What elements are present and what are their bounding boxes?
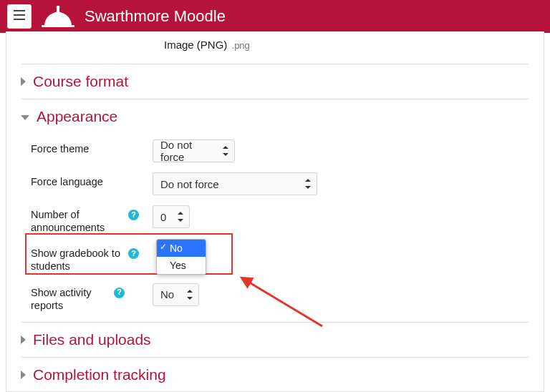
help-icon[interactable]: ? <box>128 210 139 220</box>
row-show-activity-reports: Show activity reports ? No <box>31 278 529 316</box>
select-value: Do not force <box>160 178 219 190</box>
settings-card: Image (PNG) .png Course format Appearanc… <box>6 31 544 392</box>
option-label: Yes <box>170 260 186 271</box>
select-value: No <box>160 288 174 300</box>
chevron-right-icon <box>21 77 26 86</box>
dropdown-show-gradebook: No Yes <box>156 239 206 275</box>
select-show-activity-reports[interactable]: No <box>153 283 199 306</box>
svg-rect-1 <box>14 14 25 16</box>
caret-icon <box>187 290 193 300</box>
svg-rect-5 <box>42 25 74 27</box>
hamburger-icon <box>14 9 25 24</box>
section-completion-tracking[interactable]: Completion tracking <box>21 358 529 392</box>
section-course-format[interactable]: Course format <box>21 64 529 99</box>
brand-logo-icon <box>42 6 74 27</box>
file-type-ext: .png <box>232 40 250 51</box>
caret-icon <box>178 212 183 222</box>
option-label: No <box>170 242 183 254</box>
section-title: Course format <box>33 73 128 90</box>
label-force-language: Force language <box>31 175 103 188</box>
file-type-label: Image (PNG) <box>164 39 227 51</box>
chevron-right-icon <box>21 335 26 344</box>
section-title: Completion tracking <box>33 366 166 383</box>
navbar: Swarthmore Moodle <box>0 0 550 33</box>
section-title: Files and uploads <box>33 331 151 348</box>
chevron-right-icon <box>21 371 26 379</box>
select-num-announcements[interactable]: 0 <box>153 205 190 228</box>
caret-icon <box>223 146 228 156</box>
help-icon[interactable]: ? <box>114 288 125 298</box>
svg-rect-0 <box>14 10 25 11</box>
label-force-theme: Force theme <box>31 142 89 155</box>
select-force-language[interactable]: Do not force <box>153 172 317 195</box>
caret-icon <box>305 179 311 189</box>
select-value: Do not force <box>160 139 217 163</box>
label-show-gradebook: Show gradebook to students <box>31 247 124 273</box>
select-value: 0 <box>160 211 166 223</box>
row-show-gradebook: Show gradebook to students ? No <box>31 238 529 277</box>
section-title: Appearance <box>37 108 117 125</box>
label-num-announcements: Number of announcements <box>31 208 124 234</box>
svg-rect-2 <box>14 19 25 20</box>
chevron-down-icon <box>21 115 29 120</box>
row-force-language: Force language Do not force <box>31 167 529 200</box>
help-icon[interactable]: ? <box>128 248 139 259</box>
dropdown-option-yes[interactable]: Yes <box>157 257 206 274</box>
label-show-activity-reports: Show activity reports <box>31 286 110 312</box>
hamburger-button[interactable] <box>7 4 32 29</box>
row-force-theme: Force theme Do not force <box>31 134 529 167</box>
section-files-uploads[interactable]: Files and uploads <box>21 323 529 357</box>
dropdown-option-no[interactable]: No <box>157 240 206 257</box>
brand-title[interactable]: Swarthmore Moodle <box>85 7 226 26</box>
page-wrap: Image (PNG) .png Course format Appearanc… <box>0 33 550 392</box>
section-appearance[interactable]: Appearance <box>21 99 529 134</box>
file-type-row: Image (PNG) .png <box>164 39 529 51</box>
row-num-announcements: Number of announcements ? 0 <box>31 200 529 238</box>
select-force-theme[interactable]: Do not force <box>153 139 235 162</box>
